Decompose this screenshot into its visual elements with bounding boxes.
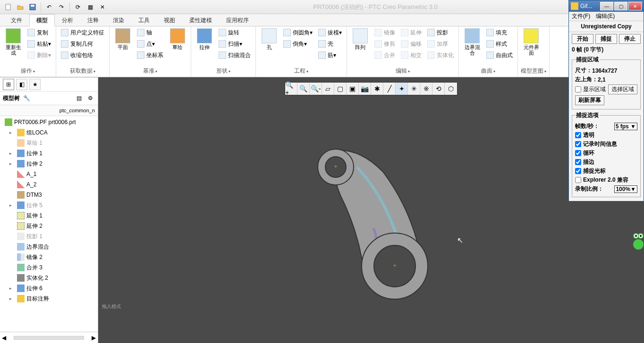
point-button[interactable]: 点 ▾	[135, 39, 165, 49]
tree-item[interactable]: ▸目标注释	[0, 293, 98, 304]
loop-checkbox[interactable]	[575, 150, 581, 156]
rib-button[interactable]: 筋 ▾	[316, 50, 344, 60]
tree-item[interactable]: 延伸 2	[0, 221, 98, 231]
gif-capture-button[interactable]: 捕捉	[595, 34, 617, 44]
tree-item[interactable]: ▸拉伸 2	[0, 159, 98, 169]
paste-button[interactable]: 粘贴 ▾	[25, 39, 53, 49]
compinterface-button[interactable]: 元件界面	[521, 27, 542, 57]
tree-item[interactable]: 合并 3	[0, 262, 98, 273]
intersect-button[interactable]: 相交	[399, 50, 424, 60]
tab-render[interactable]: 渲染	[106, 14, 131, 26]
tree-item[interactable]: ▸拉伸 6	[0, 283, 98, 293]
tab-view[interactable]: 视图	[157, 14, 182, 26]
pattern-button[interactable]: 阵列	[350, 27, 371, 51]
tab-analyze[interactable]: 分析	[55, 14, 80, 26]
tree-item[interactable]: 镜像 2	[0, 252, 98, 262]
sketch-button[interactable]: 草绘	[167, 27, 188, 51]
chamfer-button[interactable]: 倒角 ▾	[281, 39, 314, 49]
outline-checkbox[interactable]	[575, 159, 581, 165]
merge-button[interactable]: 合并	[373, 50, 397, 60]
tab-tools[interactable]: 工具	[131, 14, 157, 26]
scroll-right-icon[interactable]: ▶	[92, 335, 96, 341]
tab-annotate[interactable]: 注释	[80, 14, 106, 26]
regenerate-icon[interactable]: ⟳	[72, 1, 84, 13]
tree-tab-model[interactable]: ⊞	[3, 79, 14, 90]
csys-button[interactable]: 坐标系	[135, 50, 165, 60]
scroll-left-icon[interactable]: ◀	[2, 335, 6, 341]
new-file-icon[interactable]	[2, 1, 14, 13]
tree-tools-icon[interactable]: 🔧	[22, 93, 31, 103]
tree-item[interactable]: A_1	[0, 169, 98, 179]
tree-item[interactable]: 延伸 1	[0, 210, 98, 221]
scale-select[interactable]: 100%▼	[614, 185, 637, 193]
extrude-button[interactable]: 拉伸	[194, 27, 215, 51]
tree-item[interactable]: 投影 1	[0, 231, 98, 242]
close-icon[interactable]: ✕	[97, 1, 108, 13]
solidify-button[interactable]: 实体化	[425, 50, 456, 60]
tree-item[interactable]: ▸拉伸 5	[0, 200, 98, 210]
udf-button[interactable]: 用户定义特征	[59, 27, 106, 38]
timestamp-checkbox[interactable]	[575, 141, 581, 147]
tab-file[interactable]: 文件	[4, 14, 29, 26]
mirror-button[interactable]: 镜像	[373, 27, 397, 38]
hole-button[interactable]: 孔	[259, 27, 280, 51]
show-region-checkbox[interactable]	[575, 86, 581, 92]
minimize-button[interactable]: —	[600, 2, 613, 10]
gif-menu-file[interactable]: 文件(F)	[572, 12, 590, 20]
round-button[interactable]: 倒圆角 ▾	[281, 27, 314, 38]
gif-titlebar[interactable]: Gif... — ▢ ✕	[569, 0, 644, 12]
tree-item[interactable]: 边界混合	[0, 242, 98, 252]
cursor-checkbox[interactable]	[575, 168, 581, 174]
fps-select[interactable]: 5 fps ▼	[614, 123, 637, 130]
gif-capture-window[interactable]: Gif... — ▢ ✕ 文件(F) 编辑(E) Unregistered Co…	[568, 0, 644, 201]
tree-item[interactable]: A_2	[0, 179, 98, 190]
tree-item[interactable]: 实体化 2	[0, 273, 98, 283]
plane-button[interactable]: 平面	[112, 27, 133, 51]
offset-button[interactable]: 偏移	[399, 39, 424, 49]
tab-apps[interactable]: 应用程序	[219, 14, 256, 26]
redo-icon[interactable]: ↷	[56, 1, 67, 13]
shrinkwrap-button[interactable]: 收缩包络	[59, 50, 106, 60]
thicken-button[interactable]: 加厚	[425, 39, 456, 49]
scroll-track[interactable]	[14, 336, 84, 340]
draft-button[interactable]: 拔模 ▾	[316, 27, 344, 38]
tree-tab-favorites[interactable]: ★	[29, 79, 41, 90]
3d-viewport[interactable]: 🔍+ 🔍 🔍- ▱ ▢ ▣ 📷 ✱ ╱ ✦ ✳ ※ ⟲ ⬡ +	[98, 77, 644, 343]
copy-button[interactable]: 复制	[25, 27, 53, 38]
extend-button[interactable]: 延伸	[399, 27, 424, 38]
tree-item[interactable]: ▸拉伸 1	[0, 148, 98, 159]
tab-flex[interactable]: 柔性建模	[182, 14, 219, 26]
transparent-checkbox[interactable]	[575, 132, 581, 138]
project-button[interactable]: 投影	[425, 27, 456, 38]
refresh-button[interactable]: 刷新屏幕	[575, 95, 604, 105]
tree-filter-icon[interactable]: ▤	[75, 93, 84, 103]
shell-button[interactable]: 壳	[316, 39, 344, 49]
style-button[interactable]: 样式	[484, 39, 515, 49]
regenerate-button[interactable]: 重新生成	[3, 27, 24, 57]
explorer-checkbox[interactable]	[575, 177, 581, 183]
tree-item[interactable]: ▸组LOCA	[0, 127, 98, 138]
gif-stop-button[interactable]: 停止	[619, 34, 641, 44]
sweepblend-button[interactable]: 扫描混合	[217, 50, 253, 60]
maximize-button[interactable]: ▢	[614, 2, 627, 10]
sweep-button[interactable]: 扫描 ▾	[217, 39, 253, 49]
save-icon[interactable]	[27, 1, 38, 13]
freeform-button[interactable]: 自由式	[484, 50, 515, 60]
tree-item[interactable]: DTM3	[0, 190, 98, 200]
tab-model[interactable]: 模型	[29, 14, 55, 26]
undo-icon[interactable]: ↶	[43, 1, 55, 13]
close-button[interactable]: ✕	[628, 2, 642, 10]
gif-start-button[interactable]: 开始	[572, 34, 593, 44]
open-file-icon[interactable]	[15, 1, 26, 13]
gif-menu-edit[interactable]: 编辑(E)	[596, 12, 615, 20]
copygeom-button[interactable]: 复制几何	[59, 39, 106, 49]
fill-button[interactable]: 填充	[484, 27, 515, 38]
tree-root[interactable]: PRT0006.PF prt0006.prt	[0, 117, 98, 127]
revolve-button[interactable]: 旋转	[217, 27, 253, 38]
axis-button[interactable]: 轴	[135, 27, 165, 38]
windows-icon[interactable]: ▦	[85, 1, 96, 13]
tree-item[interactable]: 草绘 1	[0, 138, 98, 148]
tree-settings-icon[interactable]: ⚙	[85, 93, 95, 103]
select-region-button[interactable]: 选择区域	[608, 84, 637, 94]
boundary-button[interactable]: 边界混合	[462, 27, 483, 57]
